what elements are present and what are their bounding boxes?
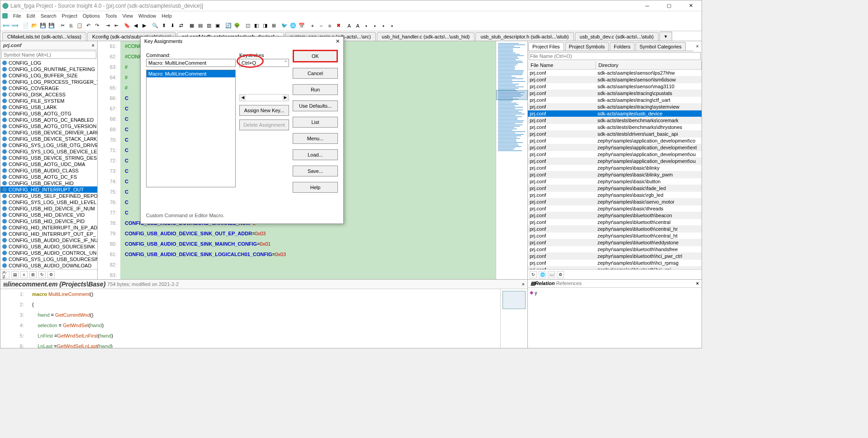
refresh-button[interactable]: ↻ (38, 271, 46, 278)
right-panel-close-icon[interactable]: × (693, 43, 702, 49)
indent-button[interactable]: ⇥ (104, 22, 112, 30)
r-refresh-button[interactable]: ↻ (530, 271, 537, 278)
save-button[interactable]: 💾 (39, 22, 47, 30)
symbol-item[interactable]: CONFIG_USB_AOTG_DC_FS (0, 174, 97, 180)
r-gear-icon[interactable]: ⚙ (557, 271, 564, 278)
symbol-item[interactable]: CONFIG_LOG_BUFFER_SIZE (0, 72, 97, 79)
symbol-item[interactable]: CONFIG_USB_SELF_DEFINED_REPO (0, 193, 97, 199)
sort-az-button[interactable]: A-Z (2, 271, 9, 278)
menu-edit[interactable]: Edit (24, 12, 38, 19)
keystrokes-input[interactable] (239, 59, 289, 67)
right-tab[interactable]: Project Files (528, 42, 564, 51)
symbol-item[interactable]: CONFIG_COVERAGE (0, 85, 97, 91)
file-row[interactable]: prj.confzephyr\samples\basic\blinky (528, 165, 702, 171)
symbol-item[interactable]: CONFIG_HID_INTERRUPT_OUT_EP_ (0, 231, 97, 237)
tree-button[interactable]: 🌳 (233, 22, 241, 30)
symbol-list[interactable]: CONFIG_LOGCONFIG_LOG_RUNTIME_FILTERINGCO… (0, 60, 97, 269)
load-button[interactable]: Load... (293, 149, 338, 160)
ok-button[interactable]: OK (293, 50, 338, 62)
maximize-button[interactable]: ▢ (660, 1, 678, 10)
file-row[interactable]: prj.confzephyr\samples\basic\rgb_led (528, 192, 702, 199)
scroll-left-icon[interactable]: ◄ (240, 95, 246, 101)
symbol-item[interactable]: CONFIG_USB_AUDIO_CONTROL_UN (0, 250, 97, 256)
replace-button[interactable]: ⇄ (177, 22, 185, 30)
run-button[interactable]: Run (293, 84, 338, 95)
file-row[interactable]: prj.confzephyr\samples\bluetooth\beacon (528, 212, 702, 219)
file-row[interactable]: prj.confsdk-acts\tests\benchmarks\corema… (528, 117, 702, 124)
command-input[interactable] (146, 59, 236, 67)
symbol-item[interactable]: CONFIG_SYS_LOG_USB_SOURCESIN (0, 256, 97, 262)
undo-button[interactable]: ↶ (84, 22, 92, 30)
menu-window[interactable]: Window (136, 12, 159, 19)
minimap[interactable] (496, 41, 527, 279)
relation-close-icon[interactable]: × (696, 281, 699, 286)
file-row[interactable]: prj.confsdk-acts\samples\usb_device (528, 110, 702, 117)
file-row[interactable]: prj.confsdk-acts\samples\sensor\mag3110 (528, 83, 702, 90)
col-file-name[interactable]: File Name (528, 61, 596, 69)
list-icon[interactable]: ≡ (326, 22, 334, 30)
symbol-item[interactable]: CONFIG_USB_AUDIO_SOURCESINK (0, 243, 97, 250)
symbol-item[interactable]: CONFIG_FILE_SYSTEM (0, 98, 97, 104)
close-button[interactable]: ✕ (682, 1, 700, 10)
copy-button[interactable]: ⎘ (67, 22, 75, 30)
symbol-item[interactable]: CONFIG_USB_HID_DEVICE_IF_NUM (0, 205, 97, 212)
panel-1-button[interactable]: ◫ (244, 22, 252, 30)
menu-help[interactable]: Help (159, 12, 175, 19)
bird-icon[interactable]: 🐦 (280, 22, 289, 30)
symbol-item[interactable]: CONFIG_LOG (0, 60, 97, 66)
relation-item[interactable]: ◆y (530, 290, 700, 295)
file-row[interactable]: prj.confzephyr\samples\bluetooth\central… (528, 226, 702, 233)
menu-options[interactable]: Options (80, 12, 103, 19)
file-row[interactable]: prj.confzephyr\samples\basic\servo_motor (528, 199, 702, 205)
prev-bookmark-button[interactable]: ◀ (132, 22, 140, 30)
file-row[interactable]: prj.confzephyr\samples\application_devel… (528, 151, 702, 158)
symbol-item[interactable]: CONFIG_SYS_LOG_USB_HID_LEVEL (0, 199, 97, 205)
right-tab[interactable]: Folders (610, 42, 635, 51)
symbol-item[interactable]: CONFIG_USB_DEVICE_STRING_DES (0, 155, 97, 161)
symbol-item[interactable]: CONFIG_LOG_PROCESS_TRIGGER_T (0, 79, 97, 85)
zoom-out-button[interactable]: − (317, 22, 325, 30)
symbol-item[interactable]: CONFIG_HID_INTERRUPT_OUT (0, 186, 97, 193)
file-row[interactable]: prj.confsdk-acts\samples\sensor\lps27hhw (528, 70, 702, 76)
file-row[interactable]: prj.confzephyr\samples\basic\button (528, 178, 702, 185)
file-row[interactable]: prj.confzephyr\samples\bluetooth\eddysto… (528, 239, 702, 246)
symbol-item[interactable]: CONFIG_USB_DEVICE_STACK_LARK (0, 136, 97, 142)
menu-view[interactable]: View (119, 12, 136, 19)
symbol-item[interactable]: CONFIG_SYS_LOG_USB_DEVICE_LEV (0, 148, 97, 155)
bottom-close-icon[interactable]: × (522, 281, 525, 287)
symbol-item[interactable]: CONFIG_DISK_ACCESS (0, 91, 97, 98)
keystrokes-updown-icon[interactable]: ⌃ (284, 60, 288, 66)
bookmark-button[interactable]: 🔖 (123, 22, 131, 30)
tab-more-button[interactable]: ▾ (659, 32, 672, 41)
view-grid-button[interactable]: ⊞ (29, 271, 37, 278)
symbol-item[interactable]: CONFIG_USB_AOTG_OTG (0, 110, 97, 117)
symbol-item[interactable]: CONFIG_USB_DEVICE_HID (0, 180, 97, 186)
list-button[interactable]: List (293, 117, 338, 128)
menu-project[interactable]: Project (59, 12, 80, 19)
right-tab[interactable]: Symbol Categories (636, 42, 686, 51)
file-row[interactable]: prj.confzephyr\samples\bluetooth\central (528, 219, 702, 226)
redo-button[interactable]: ↷ (93, 22, 101, 30)
file-row[interactable]: prj.confzephyr\samples\bluetooth\central… (528, 233, 702, 239)
panel-3-button[interactable]: ◨ (261, 22, 269, 30)
sync-button[interactable]: 🔄 (224, 22, 232, 30)
menu-search[interactable]: Search (38, 12, 59, 19)
menu-file[interactable]: File (10, 12, 24, 19)
file-row[interactable]: prj.confzephyr\samples\application_devel… (528, 158, 702, 165)
file-row[interactable]: prj.confsdk-acts\samples\tracing\systemv… (528, 104, 702, 110)
outdent-button[interactable]: ⇤ (112, 22, 120, 30)
back-button[interactable]: ⟸ (2, 22, 10, 30)
globe-icon[interactable]: 🌐 (289, 22, 297, 30)
text-b-button[interactable]: A (354, 22, 362, 30)
forward-button[interactable]: ⟹ (11, 22, 19, 30)
col-directory[interactable]: Directory (596, 61, 702, 69)
r-globe-icon[interactable]: 🌐 (539, 271, 546, 278)
symbol-item[interactable]: CONFIG_USB_HID_DEVICE_PID (0, 218, 97, 224)
symbol-item[interactable]: CONFIG_USB_AUDIO_DOWNLOAD (0, 262, 97, 269)
symbol-item[interactable]: CONFIG_USB_AOTG_OTG_VERSION (0, 123, 97, 129)
bottom-minimap[interactable] (500, 289, 527, 348)
command-list[interactable]: Macro: MultiLineComment (146, 70, 236, 187)
symbol-item[interactable]: CONFIG_SYS_LOG_USB_OTG_DRIVE (0, 142, 97, 148)
layout-3-button[interactable]: ▥ (205, 22, 213, 30)
file-row[interactable]: prj.confsdk-acts\samples\tracing\ctf_uar… (528, 97, 702, 104)
